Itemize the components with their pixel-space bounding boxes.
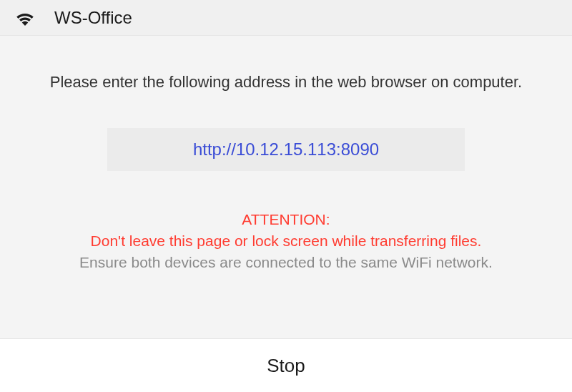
content-area: Please enter the following address in th…: [0, 36, 572, 339]
attention-note: Ensure both devices are connected to the…: [79, 254, 493, 271]
instruction-text: Please enter the following address in th…: [50, 72, 522, 94]
url-address: http://10.12.15.113:8090: [193, 139, 379, 159]
url-box: http://10.12.15.113:8090: [107, 128, 465, 171]
bottom-bar: Stop: [0, 339, 572, 392]
attention-warning: Don't leave this page or lock screen whi…: [79, 232, 493, 250]
wifi-icon: [14, 10, 36, 26]
page-title: WS-Office: [54, 8, 132, 28]
attention-block: ATTENTION: Don't leave this page or lock…: [79, 211, 493, 271]
status-bar: WS-Office: [0, 0, 572, 36]
stop-button[interactable]: Stop: [0, 339, 572, 392]
attention-label: ATTENTION:: [79, 211, 493, 228]
